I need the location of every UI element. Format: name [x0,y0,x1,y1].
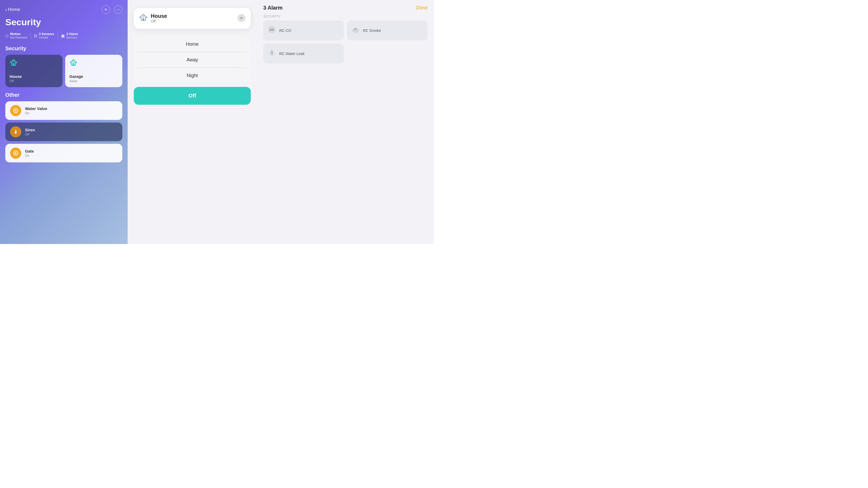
alarm-value: Sensors [66,36,78,39]
siren-text: Siren Off [25,128,35,136]
back-button[interactable]: ‹ Home [5,7,20,12]
right-section-label: SECURITY [257,14,434,21]
garage-card[interactable]: Garage Away [65,55,122,87]
rc-co-icon: CO [268,25,276,36]
sensor-item-sensors[interactable]: ⊟ 3 Sensors Closed [34,32,54,40]
water-valve-status: On [25,111,47,115]
svg-point-5 [72,61,74,63]
other-list-cards: Water Valve On Siren Off [5,101,122,162]
left-panel-header: ‹ Home + ··· [5,5,122,14]
modal-house-svg [139,13,148,21]
modal-close-button[interactable]: ✕ [238,14,245,22]
back-chevron-icon: ‹ [5,7,7,12]
house-card-icon [9,59,58,68]
water-valve-icon [10,105,21,116]
off-button[interactable]: Off [134,87,251,105]
motion-label: Motion [10,32,27,36]
sensors-icon: ⊟ [34,33,37,38]
back-label: Home [8,7,20,12]
svg-rect-1 [13,63,14,65]
mode-home[interactable]: Home [134,37,251,52]
mode-night[interactable]: Night [134,68,251,83]
modal-header: House Off ✕ [139,13,245,23]
rc-smoke-label: RC Smoke [363,28,381,33]
smoke-icon-svg [351,25,360,34]
gate-card[interactable]: Gate On [5,144,122,162]
right-panel-title: 3 Alarm [263,5,283,11]
alarm-cards-grid: CO RC CO RC Smoke [257,21,434,43]
rc-water-leak-icon [268,48,276,59]
right-panel: 3 Alarm Done SECURITY CO RC CO RC Smoke [257,0,434,244]
siren-status: Off [25,133,35,136]
rc-water-leak-card[interactable]: RC Water Leak [263,43,344,64]
svg-point-11 [15,152,17,154]
rc-smoke-icon [351,25,360,36]
sensor-item-motion[interactable]: ◇ Motion Not Detected [5,32,27,40]
more-button[interactable]: ··· [114,5,122,14]
svg-point-14 [143,15,145,17]
motion-text: Motion Not Detected [10,32,27,39]
sensor-bar: ◇ Motion Not Detected ⊟ 3 Sensors Closed… [5,32,122,40]
alarm-text: 3 Alarm Sensors [66,32,78,39]
water-leak-icon-svg [268,48,276,57]
garage-card-icon [69,59,118,68]
svg-rect-9 [15,131,16,131]
water-valve-card[interactable]: Water Valve On [5,101,122,120]
water-valve-svg [13,108,19,113]
gate-name: Gate [25,149,34,153]
security-cards-grid: House Off Garage Away [5,55,122,87]
sensors-text: 3 Sensors Closed [39,32,54,39]
gate-text: Gate On [25,149,34,158]
rc-co-card[interactable]: CO RC CO [263,21,344,40]
garage-card-status: Away [69,79,118,83]
house-card[interactable]: House Off [5,55,62,87]
motion-icon: ◇ [5,33,8,38]
water-valve-text: Water Valve On [25,106,47,115]
security-section-title: Security [5,45,122,52]
done-button[interactable]: Done [416,5,428,11]
sensors-label: 3 Sensors [39,32,54,36]
rc-co-label: RC CO [279,28,291,33]
water-valve-name: Water Valve [25,106,47,111]
modal-title-area: House Off [139,13,167,23]
mode-away[interactable]: Away [134,52,251,68]
sensor-divider-2 [57,32,58,40]
alarm-label: 3 Alarm [66,32,78,36]
rc-water-leak-label: RC Water Leak [279,52,305,56]
add-button[interactable]: + [101,5,110,14]
svg-point-7 [15,110,17,111]
more-icon: ··· [116,7,120,12]
siren-svg [13,129,19,135]
svg-text:CO: CO [270,28,274,31]
sensor-divider-1 [30,32,31,40]
other-section-title: Other [5,92,122,98]
motion-value: Not Detected [10,36,27,39]
alarm-icon: ▣ [61,33,65,38]
modal-subtitle: Off [151,19,167,23]
sensor-item-alarm[interactable]: ▣ 3 Alarm Sensors [61,32,78,40]
sensors-value: Closed [39,36,54,39]
close-icon: ✕ [240,16,243,20]
modal-title: House [151,13,167,19]
svg-point-2 [13,61,14,63]
gate-icon [10,148,21,159]
house-icon [9,59,18,66]
co-icon-svg: CO [268,25,276,34]
house-modal-card: House Off ✕ [134,8,251,29]
siren-name: Siren [25,128,35,132]
svg-rect-13 [143,18,144,21]
gate-svg [13,150,19,156]
middle-panel: House Off ✕ Home Away Night Off [128,0,257,244]
header-actions: + ··· [101,5,122,14]
house-card-status: Off [9,79,58,83]
siren-card[interactable]: Siren Off [5,123,122,141]
right-panel-header: 3 Alarm Done [257,0,434,14]
page-title: Security [5,17,122,27]
rc-smoke-card[interactable]: RC Smoke [347,21,428,40]
modal-house-icon [139,13,148,23]
add-icon: + [104,7,107,13]
left-panel: ‹ Home + ··· Security ◇ Motion Not Detec… [0,0,128,244]
modal-title-stack: House Off [151,13,167,23]
gate-status: On [25,154,34,158]
house-card-name: House [9,74,58,79]
